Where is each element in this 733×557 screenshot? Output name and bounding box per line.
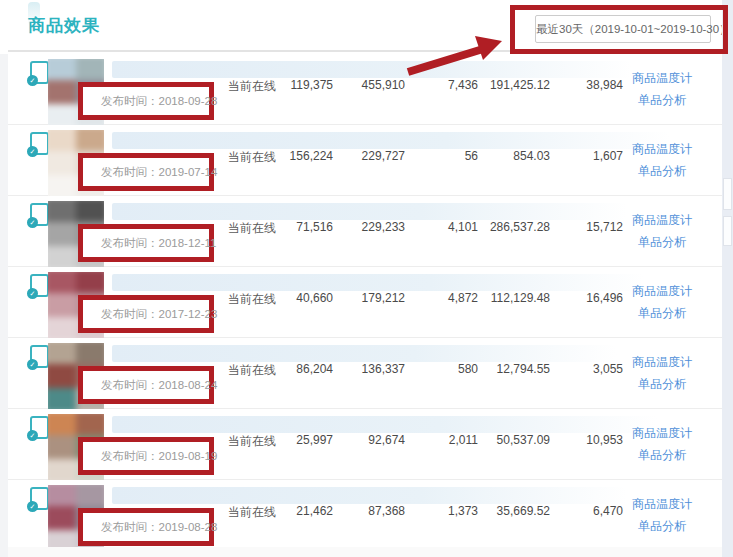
thumb-block xyxy=(48,388,76,409)
table-row: ✓ 发布时间：2018-09-28 当前在线 119,375 455,910 7… xyxy=(8,54,722,125)
annotation-box-publish-date: 发布时间：2019-08-28 xyxy=(78,508,214,546)
metric-value-1: 40,660 xyxy=(253,291,333,305)
blurred-product-title xyxy=(112,132,670,149)
thumb-block xyxy=(76,130,104,151)
annotation-box-publish-date: 发布时间：2017-12-23 xyxy=(78,295,214,333)
thumb-block xyxy=(48,222,76,247)
table-row: ✓ 发布时间：2017-12-23 当前在线 40,660 179,212 4,… xyxy=(8,267,722,338)
page-right-margin xyxy=(722,0,733,557)
metric-value-5: 10,953 xyxy=(543,433,623,447)
metric-value-5: 16,496 xyxy=(543,291,623,305)
publish-date-text: 发布时间：2018-12-11 xyxy=(83,236,216,251)
thumb-block xyxy=(48,459,76,480)
device-check-icon: ✓ xyxy=(30,203,49,226)
row-action-links: 商品温度计 单品分析 xyxy=(628,422,696,466)
device-check-icon: ✓ xyxy=(30,487,49,510)
metric-value-1: 156,224 xyxy=(253,149,333,163)
blurred-product-title xyxy=(112,487,627,504)
table-row: ✓ 发布时间：2019-08-19 当前在线 25,997 92,674 2,0… xyxy=(8,409,722,480)
check-badge-icon: ✓ xyxy=(27,288,38,299)
publish-date-text: 发布时间：2018-09-28 xyxy=(83,94,217,109)
thumb-block xyxy=(76,272,104,293)
publish-date-text: 发布时间：2019-08-19 xyxy=(83,449,217,464)
metric-value-4: 35,669.52 xyxy=(450,504,550,518)
item-analysis-link[interactable]: 单品分析 xyxy=(628,89,696,111)
thumb-block xyxy=(48,175,76,196)
item-analysis-link[interactable]: 单品分析 xyxy=(628,373,696,395)
check-badge-icon: ✓ xyxy=(27,75,38,86)
metric-value-1: 25,997 xyxy=(253,433,333,447)
metric-value-5: 38,984 xyxy=(543,78,623,92)
metric-value-1: 71,516 xyxy=(253,220,333,234)
check-badge-icon: ✓ xyxy=(27,359,38,370)
product-effect-page: 商品效果 最近30天（2019-10-01~2019-10-30） 15 ✓ 发… xyxy=(0,0,733,557)
metric-value-1: 86,204 xyxy=(253,362,333,376)
metric-value-2: 136,337 xyxy=(325,362,405,376)
check-badge-icon: ✓ xyxy=(27,146,38,157)
thumb-block xyxy=(48,343,76,364)
thumb-block xyxy=(48,130,76,151)
item-analysis-link[interactable]: 单品分析 xyxy=(628,231,696,253)
row-action-links: 商品温度计 单品分析 xyxy=(628,67,696,111)
product-thermometer-link[interactable]: 商品温度计 xyxy=(628,493,696,515)
check-badge-icon: ✓ xyxy=(27,217,38,228)
thumb-block xyxy=(76,201,104,222)
thumb-block xyxy=(48,414,76,435)
publish-date-text: 发布时间：2019-08-28 xyxy=(83,520,217,535)
item-analysis-link[interactable]: 单品分析 xyxy=(628,515,696,537)
device-check-icon: ✓ xyxy=(30,132,49,155)
product-thermometer-link[interactable]: 商品温度计 xyxy=(628,67,696,89)
page-title: 商品效果 xyxy=(28,14,100,37)
product-thermometer-link[interactable]: 商品温度计 xyxy=(628,138,696,160)
product-thermometer-link[interactable]: 商品温度计 xyxy=(628,209,696,231)
thumb-block xyxy=(48,59,76,80)
device-check-icon: ✓ xyxy=(30,274,49,297)
product-thermometer-link[interactable]: 商品温度计 xyxy=(628,351,696,373)
thumb-block xyxy=(48,246,76,267)
thumb-block xyxy=(48,293,76,318)
thumb-block xyxy=(48,272,76,293)
item-analysis-link[interactable]: 单品分析 xyxy=(628,160,696,182)
item-analysis-link[interactable]: 单品分析 xyxy=(628,444,696,466)
thumb-block xyxy=(76,59,104,80)
product-thermometer-link[interactable]: 商品温度计 xyxy=(628,422,696,444)
thumb-block xyxy=(48,80,76,105)
table-row: ✓ 发布时间：2018-08-24 当前在线 86,204 136,337 58… xyxy=(8,338,722,409)
bottom-padding xyxy=(8,547,722,557)
metric-value-4: 12,794.55 xyxy=(450,362,550,376)
device-check-icon: ✓ xyxy=(30,416,49,439)
thumb-block xyxy=(48,485,76,506)
metric-value-5: 15,712 xyxy=(543,220,623,234)
annotation-box-publish-date: 发布时间：2018-08-24 xyxy=(78,366,214,404)
device-check-icon: ✓ xyxy=(30,61,49,84)
metric-value-4: 854.03 xyxy=(450,149,550,163)
thumb-block xyxy=(48,435,76,460)
blurred-product-title xyxy=(112,61,632,78)
metric-value-4: 191,425.12 xyxy=(450,78,550,92)
row-action-links: 商品温度计 单品分析 xyxy=(628,280,696,324)
date-range-value: 最近30天（2019-10-01~2019-10-30） xyxy=(536,16,731,42)
annotation-box-publish-date: 发布时间：2018-09-28 xyxy=(78,82,214,120)
table-row: ✓ 发布时间：2019-07-14 当前在线 156,224 229,727 5… xyxy=(8,125,722,196)
metric-value-4: 286,537.28 xyxy=(450,220,550,234)
metric-value-5: 1,607 xyxy=(543,149,623,163)
thumb-block xyxy=(48,506,76,531)
right-edge-block xyxy=(723,216,732,246)
metric-value-2: 455,910 xyxy=(325,78,405,92)
annotation-box-publish-date: 发布时间：2019-08-19 xyxy=(78,437,214,475)
publish-date-text: 发布时间：2018-08-24 xyxy=(83,378,217,393)
metric-value-1: 21,462 xyxy=(253,504,333,518)
metric-value-5: 6,470 xyxy=(543,504,623,518)
check-badge-icon: ✓ xyxy=(27,501,38,512)
item-analysis-link[interactable]: 单品分析 xyxy=(628,302,696,324)
product-thermometer-link[interactable]: 商品温度计 xyxy=(628,280,696,302)
thumb-block xyxy=(48,201,76,222)
date-range-select[interactable]: 最近30天（2019-10-01~2019-10-30） 15 xyxy=(535,15,711,43)
table-row: ✓ 发布时间：2018-12-11 当前在线 71,516 229,233 4,… xyxy=(8,196,722,267)
row-action-links: 商品温度计 单品分析 xyxy=(628,209,696,253)
product-table: ✓ 发布时间：2018-09-28 当前在线 119,375 455,910 7… xyxy=(8,54,722,551)
metric-value-2: 87,368 xyxy=(325,504,405,518)
blurred-product-title xyxy=(112,345,617,362)
annotation-box-publish-date: 发布时间：2018-12-11 xyxy=(78,224,214,262)
blurred-product-title xyxy=(112,274,644,291)
